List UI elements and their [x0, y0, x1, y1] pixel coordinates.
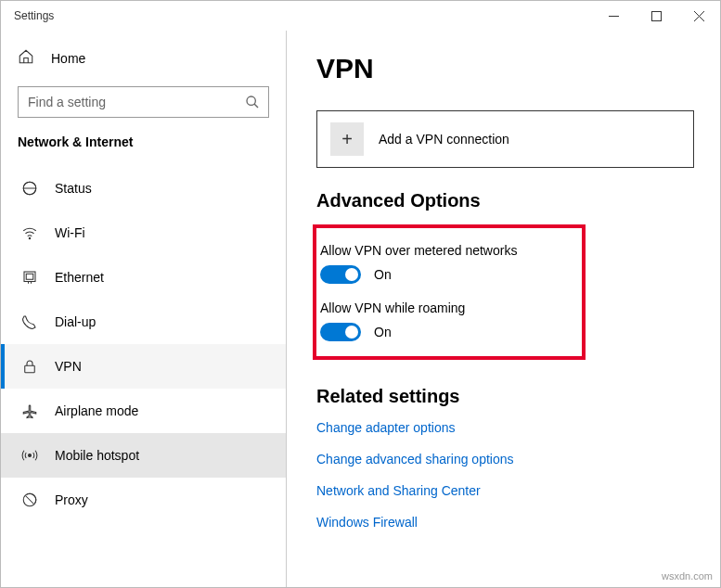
- airplane-icon: [21, 403, 38, 419]
- sidebar-item-vpn[interactable]: VPN: [1, 344, 286, 389]
- minimize-button[interactable]: [592, 1, 635, 31]
- window-title: Settings: [14, 9, 54, 22]
- sidebar-item-wifi[interactable]: Wi-Fi: [1, 211, 286, 255]
- svg-point-7: [29, 237, 31, 239]
- hotspot-icon: [21, 447, 38, 464]
- add-vpn-label: Add a VPN connection: [379, 132, 509, 147]
- advanced-options-title: Advanced Options: [316, 190, 694, 211]
- search-icon: [245, 95, 260, 113]
- sidebar-item-label: VPN: [55, 359, 82, 374]
- sidebar-item-dialup[interactable]: Dial-up: [1, 300, 286, 344]
- maximize-button[interactable]: [635, 1, 677, 31]
- content-pane: VPN + Add a VPN connection Advanced Opti…: [287, 31, 720, 587]
- link-network-sharing-center[interactable]: Network and Sharing Center: [316, 483, 694, 498]
- link-adapter-options[interactable]: Change adapter options: [316, 420, 694, 435]
- svg-rect-12: [25, 365, 35, 373]
- sidebar-item-ethernet[interactable]: Ethernet: [1, 255, 286, 300]
- ethernet-icon: [21, 269, 38, 286]
- svg-line-5: [254, 104, 258, 108]
- toggle-roaming[interactable]: [320, 323, 361, 341]
- vpn-icon: [21, 358, 38, 375]
- search-input[interactable]: [18, 86, 269, 118]
- home-icon: [18, 48, 34, 69]
- link-windows-firewall[interactable]: Windows Firewall: [316, 515, 694, 530]
- option-metered-label: Allow VPN over metered networks: [320, 243, 582, 258]
- section-label: Network & Internet: [1, 134, 286, 166]
- sidebar-item-label: Dial-up: [55, 314, 96, 329]
- sidebar-item-label: Status: [55, 181, 92, 196]
- plus-icon: +: [330, 122, 364, 156]
- svg-rect-1: [651, 11, 661, 20]
- watermark: wsxdn.com: [662, 570, 713, 582]
- toggle-metered-state: On: [374, 267, 392, 282]
- sidebar-item-label: Ethernet: [55, 270, 104, 285]
- home-nav[interactable]: Home: [1, 38, 286, 79]
- option-roaming-label: Allow VPN while roaming: [320, 300, 582, 315]
- sidebar-item-hotspot[interactable]: Mobile hotspot: [1, 433, 286, 478]
- page-title: VPN: [316, 53, 694, 84]
- sidebar-item-label: Mobile hotspot: [55, 448, 139, 463]
- related-settings-title: Related settings: [316, 386, 694, 407]
- sidebar-item-status[interactable]: Status: [1, 166, 286, 211]
- home-label: Home: [51, 51, 85, 66]
- svg-point-4: [247, 96, 255, 105]
- proxy-icon: [21, 492, 38, 508]
- sidebar-item-airplane[interactable]: Airplane mode: [1, 389, 286, 433]
- add-vpn-connection[interactable]: + Add a VPN connection: [316, 110, 694, 168]
- window-controls: [592, 1, 720, 31]
- sidebar-item-label: Proxy: [55, 492, 88, 507]
- toggle-metered[interactable]: [320, 265, 361, 284]
- close-button[interactable]: [677, 1, 720, 31]
- toggle-roaming-state: On: [374, 325, 392, 339]
- wifi-icon: [21, 224, 38, 241]
- search-field[interactable]: [18, 86, 269, 118]
- svg-point-13: [29, 454, 32, 457]
- highlighted-options: Allow VPN over metered networks On Allow…: [313, 224, 586, 360]
- status-icon: [21, 180, 38, 197]
- sidebar-item-label: Airplane mode: [55, 403, 138, 418]
- sidebar-item-label: Wi-Fi: [55, 225, 85, 240]
- svg-rect-9: [26, 274, 33, 279]
- dialup-icon: [21, 313, 38, 330]
- titlebar: Settings: [1, 1, 720, 31]
- sidebar-item-proxy[interactable]: Proxy: [1, 478, 286, 522]
- link-advanced-sharing[interactable]: Change advanced sharing options: [316, 452, 694, 467]
- sidebar: Home Network & Internet Status Wi-Fi Eth…: [1, 31, 287, 587]
